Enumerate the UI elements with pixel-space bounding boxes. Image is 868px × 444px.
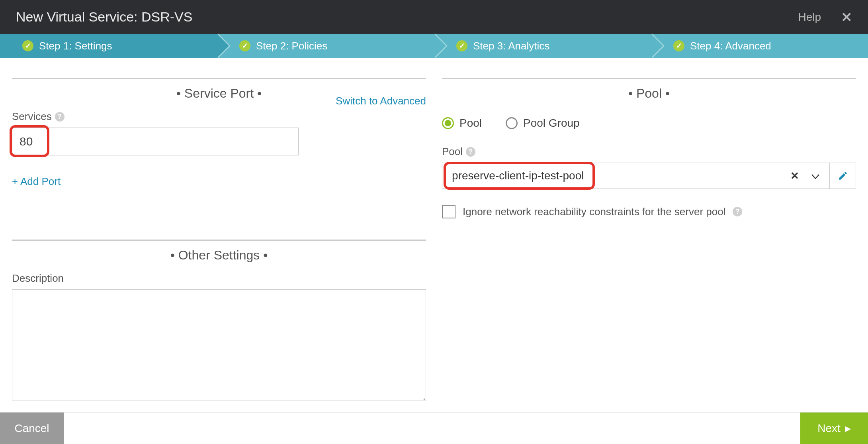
wizard-stepper: ✓ Step 1: Settings ✓ Step 2: Policies ✓ … bbox=[0, 34, 868, 58]
help-icon[interactable]: ? bbox=[733, 207, 742, 216]
left-column: • Service Port • Switch to Advanced Serv… bbox=[12, 70, 426, 403]
description-label: Description bbox=[12, 272, 426, 285]
radio-pool-group[interactable]: Pool Group bbox=[506, 117, 580, 130]
other-settings-section-title: • Other Settings • bbox=[12, 241, 426, 267]
right-column: • Pool • Pool Pool Group Pool ? preserve… bbox=[442, 70, 856, 403]
help-icon[interactable]: ? bbox=[466, 147, 475, 157]
switch-to-advanced-link[interactable]: Switch to Advanced bbox=[336, 95, 426, 107]
pool-select[interactable]: preserve-client-ip-test-pool ✕ bbox=[442, 163, 830, 189]
help-link[interactable]: Help bbox=[798, 11, 821, 24]
services-port-input[interactable] bbox=[12, 128, 299, 155]
step-label: Step 3: Analytics bbox=[473, 40, 549, 52]
check-icon: ✓ bbox=[673, 40, 684, 51]
pool-type-radio-group: Pool Pool Group bbox=[442, 117, 856, 130]
ignore-reachability-row[interactable]: Ignore network reachability constraints … bbox=[442, 205, 856, 218]
check-icon: ✓ bbox=[239, 40, 250, 51]
radio-label: Pool bbox=[459, 117, 482, 130]
step-3-analytics[interactable]: ✓ Step 3: Analytics bbox=[434, 34, 651, 58]
edit-pool-button[interactable] bbox=[830, 163, 856, 189]
radio-icon bbox=[442, 117, 454, 129]
radio-pool[interactable]: Pool bbox=[442, 117, 482, 130]
main-content: • Service Port • Switch to Advanced Serv… bbox=[0, 58, 868, 403]
step-label: Step 4: Advanced bbox=[690, 40, 771, 52]
step-label: Step 1: Settings bbox=[39, 40, 112, 52]
services-label: Services ? bbox=[12, 110, 426, 123]
chevron-right-icon: ▸ bbox=[845, 422, 851, 435]
clear-icon[interactable]: ✕ bbox=[790, 170, 799, 182]
step-label: Step 2: Policies bbox=[256, 40, 327, 52]
step-2-policies[interactable]: ✓ Step 2: Policies bbox=[217, 34, 434, 58]
add-port-link[interactable]: + Add Port bbox=[12, 175, 426, 188]
check-icon: ✓ bbox=[456, 40, 467, 51]
pool-selected-value: preserve-client-ip-test-pool bbox=[452, 169, 584, 182]
pool-field-label: Pool ? bbox=[442, 145, 856, 158]
radio-icon bbox=[506, 117, 518, 129]
pool-select-row: preserve-client-ip-test-pool ✕ bbox=[442, 163, 856, 189]
step-1-settings[interactable]: ✓ Step 1: Settings bbox=[0, 34, 217, 58]
modal-title: New Virtual Service: DSR-VS bbox=[16, 9, 192, 25]
radio-label: Pool Group bbox=[523, 117, 580, 130]
description-textarea[interactable] bbox=[12, 289, 426, 401]
next-button[interactable]: Next ▸ bbox=[800, 413, 868, 444]
service-port-section-title: • Service Port • Switch to Advanced bbox=[12, 79, 426, 105]
pool-section-title: • Pool • bbox=[442, 79, 856, 105]
chevron-down-icon[interactable] bbox=[811, 170, 820, 182]
cancel-button[interactable]: Cancel bbox=[0, 413, 64, 444]
ignore-reachability-label: Ignore network reachability constraints … bbox=[463, 206, 725, 218]
help-icon[interactable]: ? bbox=[55, 112, 65, 122]
step-4-advanced[interactable]: ✓ Step 4: Advanced bbox=[651, 34, 868, 58]
check-icon: ✓ bbox=[22, 40, 33, 51]
checkbox-icon[interactable] bbox=[442, 205, 456, 218]
close-icon[interactable]: ✕ bbox=[841, 9, 852, 25]
modal-footer: Cancel Next ▸ bbox=[0, 412, 868, 444]
modal-header: New Virtual Service: DSR-VS Help ✕ bbox=[0, 0, 868, 34]
section-title-text: • Service Port • bbox=[176, 86, 262, 100]
